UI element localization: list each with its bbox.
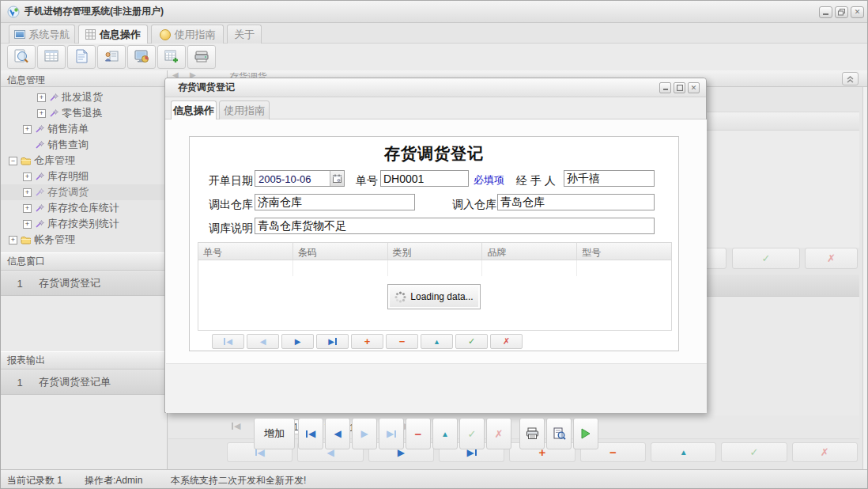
user-report-icon xyxy=(104,48,119,66)
grid-post-button[interactable]: ✓ xyxy=(455,334,488,349)
nav-post-button[interactable]: ✓ xyxy=(721,442,787,462)
close-button[interactable]: ✕ xyxy=(851,6,864,18)
nav-cancel-button[interactable]: ✗ xyxy=(792,442,858,462)
expand-icon[interactable] xyxy=(37,109,46,118)
table-view-button[interactable] xyxy=(37,45,66,69)
app-title: 手机进销存管理系统(非注册用户) xyxy=(25,5,164,18)
restore-button[interactable] xyxy=(835,6,848,18)
dialog-minimize-button[interactable] xyxy=(659,82,671,93)
tab-user-guide[interactable]: 使用指南 xyxy=(151,25,224,44)
execute-button[interactable] xyxy=(573,418,598,449)
dialog-tab-user-guide[interactable]: 使用指南 xyxy=(219,100,270,120)
expand-icon[interactable] xyxy=(23,188,32,197)
sidebar-item-stock-by-warehouse[interactable]: 库存按仓库统计 xyxy=(1,200,167,216)
date-field[interactable]: 2005-10-06 xyxy=(255,170,345,187)
calendar-icon xyxy=(333,174,342,183)
sidebar-item-stock-by-category[interactable]: 库存按类别统计 xyxy=(1,216,167,232)
new-document-button[interactable] xyxy=(67,45,96,69)
printer-tray-button[interactable] xyxy=(187,45,216,69)
handler-field[interactable] xyxy=(564,170,655,187)
grid-edit-button[interactable]: ▲ xyxy=(421,334,453,349)
grid-first-button[interactable]: ◀ xyxy=(212,334,244,349)
out-warehouse-field[interactable] xyxy=(255,194,415,210)
tree-item-label: 仓库管理 xyxy=(34,154,75,168)
tree-item-label: 销售查询 xyxy=(47,138,89,152)
user-report-button[interactable] xyxy=(97,45,126,69)
dialog-delete-button[interactable]: − xyxy=(406,418,431,449)
sidebar-item-accounting-management[interactable]: 帐务管理 xyxy=(1,232,167,248)
sidebar-item-wholesale-returns[interactable]: 批发退货 xyxy=(1,89,167,105)
in-warehouse-field[interactable] xyxy=(497,194,655,210)
dialog-last-button[interactable]: ▶ xyxy=(379,418,404,449)
tool-icon xyxy=(35,203,44,213)
transfer-note-field[interactable] xyxy=(255,218,655,234)
check-icon: ✓ xyxy=(762,252,771,264)
expand-icon[interactable] xyxy=(37,93,46,102)
sidebar-item-sales-query[interactable]: 销售查询 xyxy=(1,137,167,153)
dialog-cancel-button[interactable]: ✗ xyxy=(486,418,511,449)
sidebar: 批发退货 零售退换 销售清单 销售查询 仓库管理 库存明细 xyxy=(1,87,167,469)
order-number-field[interactable] xyxy=(380,170,469,187)
dialog-edit-button[interactable]: ▲ xyxy=(432,418,458,449)
column-header-model[interactable]: 型号 xyxy=(577,243,671,260)
table-add-icon xyxy=(164,48,179,66)
dialog-tab-strip: 信息操作 使用指南 xyxy=(165,97,706,119)
sidebar-item-warehouse-management[interactable]: 仓库管理 xyxy=(1,153,167,169)
info-window-row[interactable]: 1 存货调货登记 xyxy=(1,271,167,296)
calendar-dropdown-button[interactable] xyxy=(330,171,344,186)
check-icon: ✓ xyxy=(750,446,759,458)
expand-icon[interactable] xyxy=(23,125,32,134)
title-bar: 手机进销存管理系统(非注册用户) ✕ xyxy=(1,1,868,23)
sidebar-item-inventory-detail[interactable]: 库存明细 xyxy=(1,169,167,184)
column-header-order[interactable]: 单号 xyxy=(198,243,293,260)
collapse-panel-button[interactable] xyxy=(842,72,859,85)
row-label: 存货调货登记单 xyxy=(39,375,111,389)
dialog-maximize-button[interactable] xyxy=(674,82,685,93)
expand-icon[interactable] xyxy=(23,220,32,229)
monitor-chart-button[interactable] xyxy=(127,45,156,69)
grid-last-button[interactable]: ▶ xyxy=(316,334,349,349)
info-window-header: 信息窗口 xyxy=(1,252,167,271)
print-preview-button[interactable] xyxy=(546,418,572,449)
add-record-button[interactable]: 增加 xyxy=(254,418,295,449)
collapse-icon[interactable] xyxy=(9,157,17,165)
date-label: 开单日期 xyxy=(209,172,253,188)
grid-prev-button[interactable]: ◀ xyxy=(247,334,279,349)
expand-icon[interactable] xyxy=(23,204,32,213)
background-cancel-button[interactable]: ✗ xyxy=(805,248,858,269)
grid-add-button[interactable]: + xyxy=(351,334,383,349)
sidebar-item-stock-transfer[interactable]: 存货调货 xyxy=(1,184,167,200)
dialog-close-button[interactable]: ✕ xyxy=(688,82,700,93)
dialog-title-bar[interactable]: 存货调货登记 ✕ xyxy=(165,78,706,97)
minimize-button[interactable] xyxy=(819,6,832,18)
row-label: 存货调货登记 xyxy=(39,276,100,290)
table-add-button[interactable] xyxy=(157,45,186,69)
dialog-first-button[interactable]: ◀ xyxy=(298,418,323,449)
play-icon xyxy=(580,428,591,439)
column-header-category[interactable]: 类别 xyxy=(388,243,483,260)
next-record-icon: ▶ xyxy=(295,338,301,346)
dialog-next-button[interactable]: ▶ xyxy=(352,418,377,449)
search-document-button[interactable] xyxy=(7,45,36,69)
expand-icon[interactable] xyxy=(9,236,17,244)
sidebar-item-retail-exchange[interactable]: 零售退换 xyxy=(1,105,167,121)
dialog-tab-info-operation[interactable]: 信息操作 xyxy=(171,100,217,120)
expand-icon[interactable] xyxy=(23,172,32,181)
grid-cancel-button[interactable]: ✗ xyxy=(490,334,523,349)
tab-system-navigation[interactable]: 系统导航 xyxy=(9,25,75,44)
column-header-brand[interactable]: 品牌 xyxy=(482,243,577,260)
column-header-barcode[interactable]: 条码 xyxy=(293,243,388,260)
dialog-post-button[interactable]: ✓ xyxy=(459,418,485,449)
sidebar-item-sales-list[interactable]: 销售清单 xyxy=(1,121,167,137)
chevron-up-double-icon xyxy=(846,75,855,83)
dialog-prev-button[interactable]: ◀ xyxy=(325,418,350,449)
grid-delete-button[interactable]: − xyxy=(386,334,418,349)
cross-icon: ✗ xyxy=(495,428,504,440)
grid-next-button[interactable]: ▶ xyxy=(281,334,314,349)
tab-info-operation[interactable]: 信息操作 xyxy=(78,25,148,44)
report-output-row[interactable]: 1 存货调货登记单 xyxy=(1,370,167,395)
print-button[interactable] xyxy=(519,418,545,449)
ribbon-tab-strip: 系统导航 信息操作 使用指南 关于 xyxy=(1,23,868,44)
tab-about[interactable]: 关于 xyxy=(227,25,262,44)
background-confirm-button[interactable]: ✓ xyxy=(732,248,800,269)
